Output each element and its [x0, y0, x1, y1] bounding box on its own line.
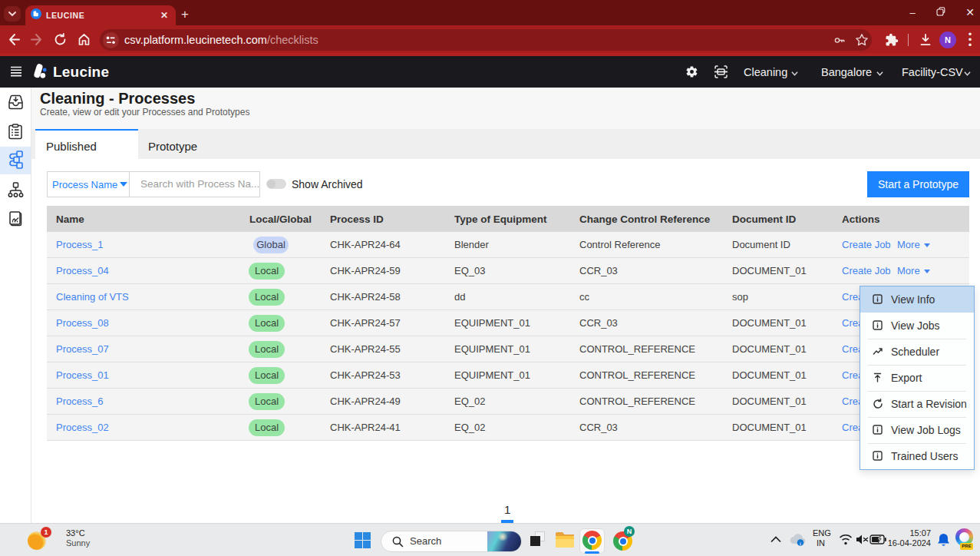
svg-text:i: i — [800, 541, 801, 547]
